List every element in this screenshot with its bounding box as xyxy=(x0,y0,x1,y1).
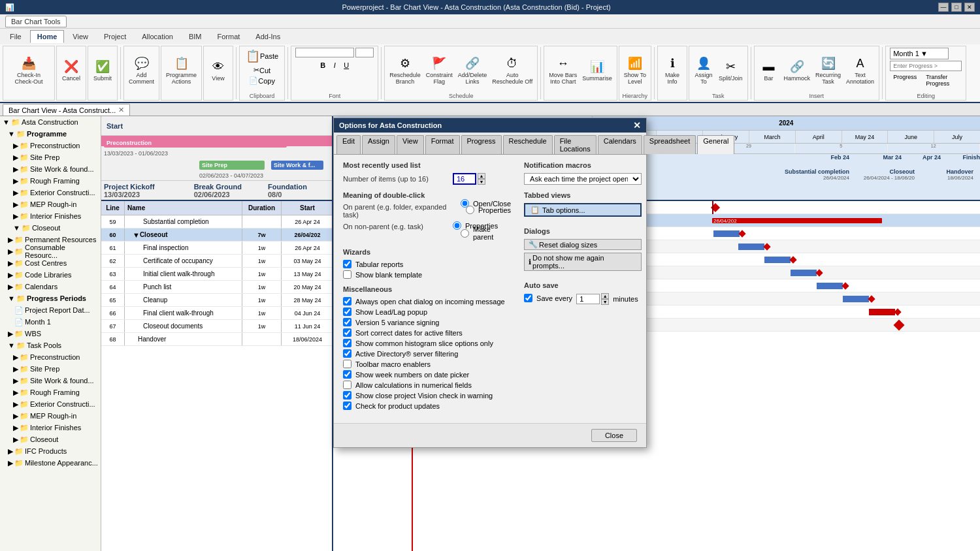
tab-home[interactable]: Home xyxy=(30,30,65,43)
sidebar-item-ifc[interactable]: ▶ 📁 IFC Products xyxy=(0,445,101,457)
donotshow-btn[interactable]: ℹ Do not show me again prompts... xyxy=(524,253,642,271)
reschedule-btn[interactable]: ⚙ RescheduleBranch xyxy=(387,52,423,87)
task-row-64[interactable]: 64 Punch list 1w 20 May 24 28 Ma xyxy=(101,281,332,294)
toolbar-macro-input[interactable] xyxy=(343,360,351,368)
dialog-tab-format[interactable]: Format xyxy=(425,135,460,154)
toolbar-macro-checkbox[interactable]: Toolbar macro enablers xyxy=(343,360,511,368)
progress-btn[interactable]: Progress xyxy=(890,72,920,88)
notifications-dropdown[interactable]: Ask each time the project opens xyxy=(524,173,642,185)
progress-input[interactable] xyxy=(890,61,962,71)
task-row-59[interactable]: 59 Substantial completion 26 Apr 24 26 A xyxy=(101,215,332,228)
cancel-btn[interactable]: ❌ Cancel xyxy=(59,55,83,84)
autosave-checkbox[interactable]: Save every xyxy=(524,294,572,302)
sidebar-item-consumable[interactable]: ▶ 📁 Consumable Resourc... xyxy=(0,245,101,257)
activedirectory-input[interactable] xyxy=(343,349,351,358)
weeknumbers-checkbox[interactable]: Show week numbers on date picker xyxy=(343,370,511,379)
sortdates-checkbox[interactable]: Sort correct dates for active filters xyxy=(343,328,511,337)
tabular-reports-checkbox[interactable]: Tabular reports xyxy=(343,260,511,268)
adddelete-btn[interactable]: 🔗 Add/DeleteLinks xyxy=(456,52,489,87)
maximize-btn[interactable]: □ xyxy=(951,3,962,12)
minimize-btn[interactable]: — xyxy=(938,3,949,12)
sidebar-item-tp-mep[interactable]: ▶ 📁 MEP Rough-in xyxy=(0,410,101,422)
calculations-input[interactable] xyxy=(343,381,351,389)
autosave-spinner-up[interactable]: ▲ xyxy=(601,293,609,299)
task-row-66[interactable]: 66 Final client walk-through 1w 04 Jun 2… xyxy=(101,307,332,320)
task-row-62[interactable]: 62 Certificate of occupancy 1w 03 May 24… xyxy=(101,255,332,268)
constraint-btn[interactable]: 🚩 ConstraintFlag xyxy=(424,52,455,87)
font-size-input[interactable] xyxy=(355,48,374,57)
activedirectory-checkbox[interactable]: Active Directory® server filtering xyxy=(343,349,511,358)
tab-options-btn[interactable]: 📋 Tab options... xyxy=(524,203,642,217)
nonparent-makeparent-option[interactable]: Make parent xyxy=(461,225,511,241)
productupdates-input[interactable] xyxy=(343,401,351,410)
month-selector[interactable]: Month 1 ▼ xyxy=(890,48,949,59)
dialog-close-btn[interactable]: ✕ xyxy=(633,121,641,130)
dialog-tab-view[interactable]: View xyxy=(397,135,424,154)
summarise-btn[interactable]: 📊 Summarise xyxy=(580,55,614,84)
submit-btn[interactable]: ✅ Submit xyxy=(91,55,114,84)
bold-btn[interactable]: B xyxy=(318,60,328,71)
task-row-65[interactable]: 65 Cleanup 1w 28 May 24 04 Ju xyxy=(101,294,332,307)
task-row-60[interactable]: 60 ▼ Closeout 7w 26/04/202 18/06 xyxy=(101,228,332,242)
textannotation-btn[interactable]: A TextAnnotation xyxy=(844,52,876,87)
tab-bim[interactable]: BIM xyxy=(182,30,209,43)
cut-btn[interactable]: ✂Cut xyxy=(250,65,274,75)
productupdates-checkbox[interactable]: Check for product updates xyxy=(343,401,511,410)
tab-file[interactable]: File xyxy=(3,30,29,43)
sidebar-item-asta[interactable]: ▼ 📁 Asta Construction xyxy=(0,116,101,128)
chat-dialog-checkbox[interactable]: Always open chat dialog on incoming mess… xyxy=(343,297,511,306)
task-row-63[interactable]: 63 Initial client walk-through 1w 13 May… xyxy=(101,268,332,281)
sidebar-item-tp-sw[interactable]: ▶ 📁 Site Work & found... xyxy=(0,375,101,386)
mru-count-input[interactable] xyxy=(453,173,476,185)
sidebar-item-closeout-tree[interactable]: ▼ 📁 Closeout xyxy=(0,222,101,234)
sidebar-item-calendars[interactable]: ▶ 📁 Calendars xyxy=(0,281,101,292)
leadlag-input[interactable] xyxy=(343,307,351,316)
sidebar-item-month1[interactable]: 📄 Month 1 xyxy=(0,316,101,328)
variance-checkbox[interactable]: Version 5 variance signing xyxy=(343,318,511,326)
sidebar-item-progress-periods[interactable]: ▼ 📁 Progress Periods xyxy=(0,292,101,304)
autosave-spinner-down[interactable]: ▼ xyxy=(601,299,609,305)
tab-barchart[interactable]: Bar Chart View - Asta Construct... ✕ xyxy=(3,104,130,116)
mru-spinner-up[interactable]: ▲ xyxy=(478,173,485,179)
dialog-tab-progress[interactable]: Progress xyxy=(461,135,502,154)
programme-btn[interactable]: 📋 ProgrammeActions xyxy=(164,52,199,87)
dialog-tab-reschedule[interactable]: Reschedule xyxy=(503,135,553,154)
parent-openclose-option[interactable]: Open/Close xyxy=(461,199,511,208)
underline-btn[interactable]: U xyxy=(341,60,351,71)
tab-allocation[interactable]: Allocation xyxy=(135,30,180,43)
histogram-input[interactable] xyxy=(343,339,351,347)
dialog-close-button[interactable]: Close xyxy=(591,429,637,442)
transfer-progress-btn[interactable]: TransferProgress xyxy=(923,72,953,88)
sidebar-item-exterior[interactable]: ▶ 📁 Exterior Constructi... xyxy=(0,187,101,198)
weeknumbers-input[interactable] xyxy=(343,370,351,379)
sidebar-item-programme[interactable]: ▼ 📁 Programme xyxy=(0,128,101,140)
sidebar-item-taskpools[interactable]: ▼ 📁 Task Pools xyxy=(0,339,101,351)
chat-dialog-input[interactable] xyxy=(343,297,351,306)
tab-project[interactable]: Project xyxy=(97,30,133,43)
sidebar-item-tp-rf[interactable]: ▶ 📁 Rough Framing xyxy=(0,386,101,398)
sidebar-item-rough[interactable]: ▶ 📁 Rough Framing xyxy=(0,175,101,187)
sidebar-item-projreport[interactable]: 📄 Project Report Dat... xyxy=(0,304,101,316)
dialog-tab-general[interactable]: General xyxy=(697,135,734,154)
task-row-67[interactable]: 67 Closeout documents 1w 11 Jun 24 18 Ju xyxy=(101,320,332,333)
task-row-68[interactable]: 68 Handover 18/06/2024 18/06 xyxy=(101,333,332,346)
hammock-btn[interactable]: 🔗 Hammock xyxy=(782,55,813,84)
sidebar-item-siteprep[interactable]: ▶ 📁 Site Prep xyxy=(0,151,101,163)
view-btn[interactable]: 👁 View xyxy=(206,55,230,84)
tab-view[interactable]: View xyxy=(65,30,95,43)
show-blank-template-checkbox[interactable]: Show blank template xyxy=(343,270,511,279)
tab-addins[interactable]: Add-Ins xyxy=(248,30,287,43)
movebars-btn[interactable]: ↔ Move BarsInto Chart xyxy=(547,52,579,87)
autosave-minutes-input[interactable] xyxy=(576,294,600,304)
showtolevel-btn[interactable]: 📶 Show ToLevel xyxy=(622,52,648,87)
recurring-btn[interactable]: 🔄 RecurringTask xyxy=(813,52,843,87)
sidebar-item-tp-int[interactable]: ▶ 📁 Interior Finishes xyxy=(0,422,101,433)
mru-spinner-down[interactable]: ▼ xyxy=(478,179,485,185)
dialog-tab-edit[interactable]: Edit xyxy=(336,135,361,154)
sidebar-item-preconstruction[interactable]: ▶ 📁 Preconstruction xyxy=(0,140,101,151)
tab-format[interactable]: Format xyxy=(210,30,247,43)
sidebar-item-interior[interactable]: ▶ 📁 Interior Finishes xyxy=(0,210,101,222)
sidebar-item-milestone[interactable]: ▶ 📁 Milestone Appearanc... xyxy=(0,457,101,469)
dialog-tab-assign[interactable]: Assign xyxy=(362,135,395,154)
sortdates-input[interactable] xyxy=(343,328,351,337)
